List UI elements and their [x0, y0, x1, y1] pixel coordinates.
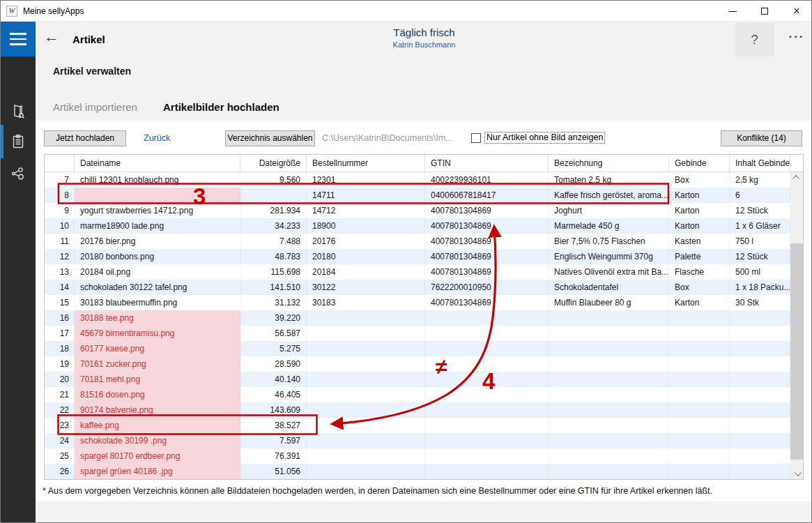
- cell-file: 70181 mehl.png: [75, 372, 240, 387]
- column-header-order[interactable]: Bestellnummer: [307, 155, 425, 172]
- cell-size: 281.934: [240, 203, 307, 218]
- cell-order: [307, 464, 425, 479]
- cell-gtin: [425, 326, 549, 341]
- choose-directory-button[interactable]: Verzeichnis auswählen: [225, 130, 315, 146]
- scrollbar-thumb[interactable]: [790, 243, 803, 460]
- table-row[interactable]: 2181516 dosen.png46.405: [45, 387, 803, 402]
- cell-file: 20180 bonbons.png: [75, 249, 240, 264]
- cell-size: 143.609: [240, 402, 307, 418]
- cell-name: [549, 372, 669, 387]
- cell-num: 8: [45, 188, 75, 203]
- table-row[interactable]: 2290174 balvenie.png143.609: [45, 402, 803, 418]
- back-arrow-icon[interactable]: ←: [44, 29, 59, 45]
- cell-unit: [669, 356, 730, 372]
- cell-size: 5.275: [240, 341, 307, 356]
- cell-gtin: 4007801304869: [425, 295, 549, 310]
- column-header-file[interactable]: Dateiname: [75, 155, 240, 172]
- table-row[interactable]: 1630188 tee.png39.220: [45, 310, 803, 326]
- cell-gtin: 4007801304869: [425, 234, 549, 249]
- cell-order: [307, 372, 425, 387]
- table-row[interactable]: 1970161 zucker.png28.590: [45, 356, 803, 372]
- table-row[interactable]: 1860177 kaese.png5.275: [45, 341, 803, 356]
- more-options-button[interactable]: ···: [783, 30, 811, 47]
- help-button[interactable]: ?: [735, 23, 774, 56]
- table-row[interactable]: 1320184 oil.png115.698201844007801304869…: [45, 264, 803, 280]
- cell-unit: [669, 326, 730, 341]
- cell-content: [730, 310, 790, 326]
- app-window: W Meine sellyApps ×: [0, 0, 812, 523]
- cell-num: 22: [45, 402, 75, 418]
- cell-gtin: [425, 418, 549, 433]
- vertical-scrollbar[interactable]: [790, 172, 803, 479]
- table-row[interactable]: 2070181 mehl.png40.140: [45, 372, 803, 387]
- cell-file: 60177 kaese.png: [75, 341, 240, 356]
- sidebar-item-article-search[interactable]: [1, 95, 36, 128]
- cell-file: marme18900 lade.png: [75, 218, 240, 234]
- cell-unit: Karton: [669, 218, 730, 234]
- column-header-size[interactable]: Dateigröße: [240, 155, 307, 172]
- table-row[interactable]: 14schokoladen 30122 tafel.png141.5103012…: [45, 280, 803, 295]
- close-button[interactable]: ×: [781, 1, 812, 22]
- column-header-content[interactable]: Inhalt Gebinde: [730, 155, 790, 172]
- cell-size: 7.597: [240, 433, 307, 448]
- tab-artikel-importieren[interactable]: Artikel importieren: [53, 101, 137, 113]
- sidebar-item-share[interactable]: [1, 157, 36, 190]
- cell-file: kaffee.png: [75, 418, 240, 433]
- table-row[interactable]: 9yogurt strawberries 14712.png281.934147…: [45, 203, 803, 218]
- header-background: [36, 22, 812, 121]
- cell-file: schokoladen 30122 tafel.png: [75, 280, 240, 295]
- table-row[interactable]: 81471104006067818417Kaffee frisch geröst…: [45, 188, 803, 203]
- cell-unit: Karton: [669, 295, 730, 310]
- document-search-icon: [10, 103, 26, 120]
- minimize-button[interactable]: [717, 1, 749, 22]
- cell-file: 81516 dosen.png: [75, 387, 240, 402]
- column-header-row-number[interactable]: [45, 155, 75, 172]
- only-without-image-checkbox[interactable]: [471, 133, 481, 143]
- cell-unit: [669, 448, 730, 464]
- cell-order: [307, 387, 425, 402]
- table-row[interactable]: 26spargel grüen 40186 .jpg51.056: [45, 464, 803, 479]
- cell-size: 9.560: [240, 172, 307, 188]
- column-header-gtin[interactable]: GTIN: [425, 155, 549, 172]
- cell-gtin: 7622200010950: [425, 280, 549, 295]
- table-row[interactable]: 1220180 bonbons.png48.783201804007801304…: [45, 249, 803, 264]
- cell-unit: Palette: [669, 249, 730, 264]
- table-row[interactable]: 25spargel 80170 erdbeer.png76.391: [45, 448, 803, 464]
- table-row[interactable]: 24schokolade 30199 .png7.597: [45, 433, 803, 448]
- cell-name: Schokoladentafel: [549, 280, 669, 295]
- only-without-image-label[interactable]: Nur Artikel ohne Bild anzeigen: [484, 132, 605, 144]
- table-row[interactable]: 10marme18900 lade.png34.2331890040078013…: [45, 218, 803, 234]
- cell-gtin: [425, 387, 549, 402]
- maximize-button[interactable]: [749, 1, 781, 22]
- column-header-name[interactable]: Bezeichnung: [549, 155, 669, 172]
- cell-unit: Box: [669, 172, 730, 188]
- table-row[interactable]: 7chilli 12301 knoblauch.png9.56012301400…: [45, 172, 803, 188]
- cell-file: 70161 zucker.png: [75, 356, 240, 372]
- cell-order: 20180: [307, 249, 425, 264]
- table-row[interactable]: 23kaffee.png38.527: [45, 418, 803, 433]
- table-row[interactable]: 1120176 bier.png7.488201764007801304869B…: [45, 234, 803, 249]
- cell-name: [549, 433, 669, 448]
- column-header-unit[interactable]: Gebinde: [669, 155, 730, 172]
- conflicts-button[interactable]: Konflikte (14): [721, 130, 802, 146]
- hamburger-menu-button[interactable]: [1, 22, 36, 56]
- cell-num: 18: [45, 341, 75, 356]
- scroll-up-button[interactable]: [790, 172, 803, 183]
- cell-num: 20: [45, 372, 75, 387]
- cell-order: [307, 433, 425, 448]
- cell-content: 750 l: [730, 234, 790, 249]
- table-row[interactable]: 1530183 blaubeermuffin.png31.13230183400…: [45, 295, 803, 310]
- tab-artikelbilder-hochladen[interactable]: Artikelbilder hochladen: [163, 101, 279, 113]
- sidebar-item-article-manage[interactable]: [1, 125, 36, 158]
- share-icon: [10, 165, 26, 182]
- cell-num: 16: [45, 310, 75, 326]
- cell-size: 76.391: [240, 448, 307, 464]
- cell-gtin: [425, 402, 549, 418]
- table-row[interactable]: 1745679 birnentiramisu.png56.587: [45, 326, 803, 341]
- cell-gtin: 04006067818417: [425, 188, 549, 203]
- cell-name: [549, 341, 669, 356]
- zurueck-link[interactable]: Zurück: [144, 133, 170, 143]
- cell-name: [549, 356, 669, 372]
- scroll-down-button[interactable]: [790, 469, 803, 479]
- upload-now-button[interactable]: Jetzt hochladen: [44, 130, 126, 146]
